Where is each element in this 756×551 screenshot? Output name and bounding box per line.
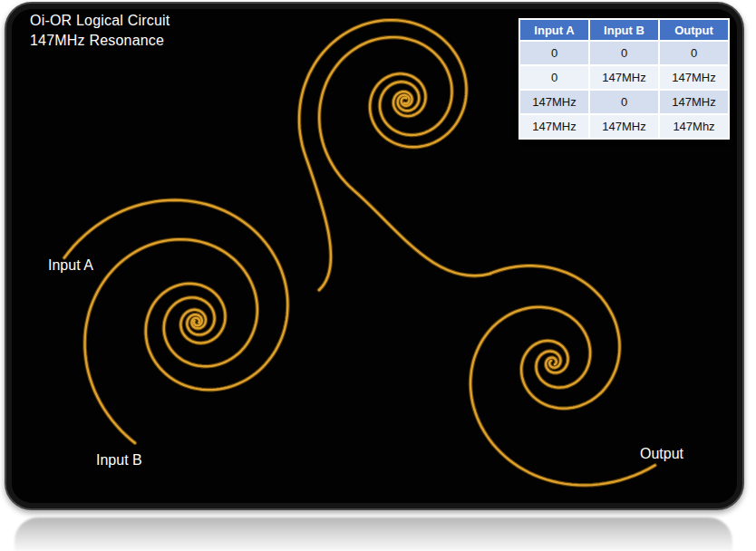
truth-table-cell: 147MHz bbox=[590, 66, 658, 89]
truth-table-cell: 0 bbox=[520, 42, 588, 64]
truth-table-cell: 147MHz bbox=[590, 115, 658, 138]
truth-table-cell: 147MHz bbox=[660, 66, 728, 89]
truth-table-header-input-a: Input A bbox=[520, 20, 588, 40]
title-line-2: 147MHz Resonance bbox=[30, 31, 170, 51]
input-b-label: Input B bbox=[96, 452, 142, 469]
truth-table-row: 0 147MHz 147MHz bbox=[520, 66, 728, 89]
slide-page: Oi-OR Logical Circuit 147MHz Resonance I… bbox=[0, 0, 756, 551]
truth-table-cell: 147Mhz bbox=[660, 115, 728, 138]
truth-table-cell: 0 bbox=[520, 66, 588, 89]
truth-table-cell: 147MHz bbox=[520, 115, 588, 138]
truth-table-header-output: Output bbox=[660, 20, 728, 40]
truth-table: Input A Input B Output 0 0 0 0 147MHz 14… bbox=[519, 18, 730, 140]
truth-table-header-input-b: Input B bbox=[590, 20, 658, 40]
title-line-1: Oi-OR Logical Circuit bbox=[30, 11, 170, 31]
output-label: Output bbox=[640, 446, 683, 462]
truth-table-cell: 147MHz bbox=[660, 91, 728, 113]
panel-reflection bbox=[15, 517, 732, 551]
input-a-label: Input A bbox=[48, 257, 93, 274]
truth-table-cell: 0 bbox=[590, 42, 658, 64]
truth-table-cell: 0 bbox=[590, 91, 658, 113]
truth-table-cell: 0 bbox=[660, 42, 728, 64]
truth-table-cell: 147MHz bbox=[520, 91, 588, 113]
truth-table-row: 147MHz 147MHz 147Mhz bbox=[520, 115, 728, 138]
truth-table-row: 147MHz 0 147MHz bbox=[520, 91, 728, 113]
figure-title: Oi-OR Logical Circuit 147MHz Resonance bbox=[30, 11, 170, 51]
truth-table-header-row: Input A Input B Output bbox=[520, 20, 728, 40]
truth-table-row: 0 0 0 bbox=[520, 42, 728, 64]
